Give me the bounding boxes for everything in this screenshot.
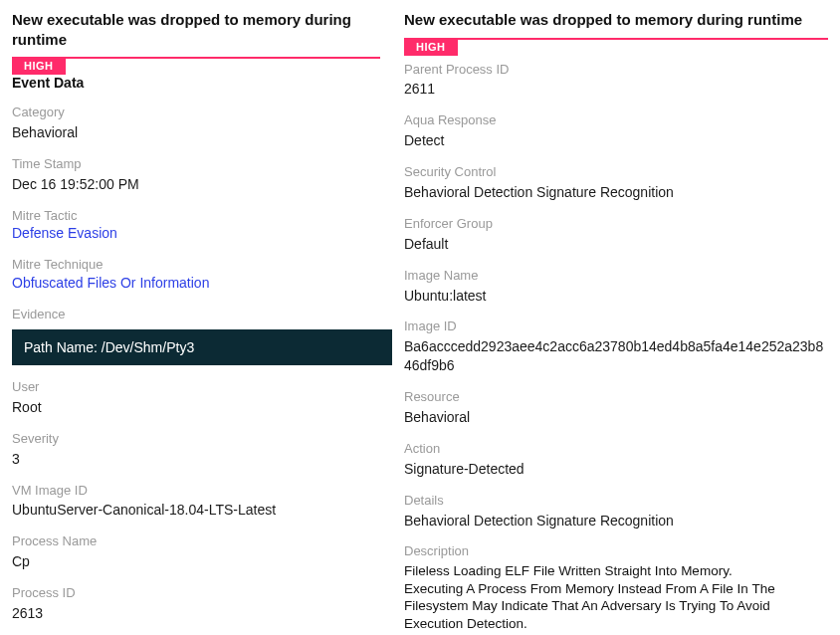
field-label: Process ID (12, 585, 380, 602)
field-label: Details (404, 493, 828, 510)
field-value: Signature-Detected (404, 460, 828, 479)
field-user: User Root (12, 379, 380, 417)
field-label: Resource (404, 389, 828, 406)
event-panel-right: New executable was dropped to memory dur… (392, 0, 840, 635)
evidence-box: Path Name: /Dev/Shm/Pty3 (12, 329, 392, 365)
field-mitre-tactic: Mitre Tactic Defense Evasion (12, 208, 380, 244)
severity-badge: HIGH (12, 57, 66, 75)
field-mitre-technique: Mitre Technique Obfuscated Files Or Info… (12, 257, 380, 293)
field-process-name: Process Name Cp (12, 533, 380, 571)
field-label: Parent Process ID (404, 62, 828, 79)
field-label: User (12, 379, 380, 396)
panel-title: New executable was dropped to memory dur… (404, 10, 828, 30)
field-label: Aqua Response (404, 112, 828, 129)
field-vm-image-id: VM Image ID UbuntuServer-Canonical-18.04… (12, 483, 380, 521)
field-label: Process Name (12, 533, 380, 550)
severity-divider: HIGH (12, 57, 380, 59)
field-parent-process-id: Parent Process ID 2611 (404, 62, 828, 100)
mitre-tactic-link[interactable]: Defense Evasion (12, 225, 117, 241)
field-label: Description (404, 543, 828, 560)
field-security-control: Security Control Behavioral Detection Si… (404, 164, 828, 202)
mitre-technique-link[interactable]: Obfuscated Files Or Information (12, 275, 209, 291)
field-label: Enforcer Group (404, 216, 828, 233)
field-value: Ubuntu:latest (404, 287, 828, 306)
field-label: Image Name (404, 268, 828, 285)
field-value: Behavioral Detection Signature Recogniti… (404, 183, 828, 202)
field-label: VM Image ID (12, 483, 380, 500)
field-value: Default (404, 235, 828, 254)
field-label: Evidence (12, 307, 380, 323)
field-value: 2611 (404, 80, 828, 99)
field-value: 2613 (12, 604, 380, 623)
field-aqua-response: Aqua Response Detect (404, 112, 828, 150)
field-value: Behavioral (404, 408, 828, 427)
field-label: Security Control (404, 164, 828, 181)
field-severity: Severity 3 (12, 431, 380, 469)
field-category: Category Behavioral (12, 105, 380, 142)
field-details: Details Behavioral Detection Signature R… (404, 493, 828, 530)
field-label: Severity (12, 431, 380, 448)
field-enforcer-group: Enforcer Group Default (404, 216, 828, 254)
event-data-header: Event Data (12, 75, 380, 91)
field-value: Root (12, 398, 380, 417)
severity-badge: HIGH (404, 38, 458, 56)
field-timestamp: Time Stamp Dec 16 19:52:00 PM (12, 156, 380, 194)
panel-title: New executable was dropped to memory dur… (12, 10, 380, 49)
field-value: Detect (404, 131, 828, 150)
field-value: Behavioral Detection Signature Recogniti… (404, 512, 828, 530)
field-label: Category (12, 105, 380, 121)
field-resource: Resource Behavioral (404, 389, 828, 427)
field-label: Mitre Technique (12, 257, 380, 274)
field-value: Cp (12, 552, 380, 571)
field-image-id: Image ID Ba6acccedd2923aee4c2acc6a23780b… (404, 318, 828, 375)
field-image-name: Image Name Ubuntu:latest (404, 268, 828, 306)
field-action: Action Signature-Detected (404, 441, 828, 479)
field-value: Dec 16 19:52:00 PM (12, 175, 380, 194)
field-value: Fileless Loading ELF File Written Straig… (404, 562, 782, 632)
field-value: Ba6acccedd2923aee4c2acc6a23780b14ed4b8a5… (404, 337, 828, 375)
field-evidence: Evidence Path Name: /Dev/Shm/Pty3 (12, 307, 380, 365)
field-label: Image ID (404, 318, 828, 335)
field-value: UbuntuServer-Canonical-18.04-LTS-Latest (12, 501, 380, 520)
event-panel-left: New executable was dropped to memory dur… (0, 0, 392, 635)
field-value: 3 (12, 450, 380, 469)
field-label: Action (404, 441, 828, 458)
field-description: Description Fileless Loading ELF File Wr… (404, 543, 828, 632)
field-label: Time Stamp (12, 156, 380, 173)
field-value: Behavioral (12, 123, 380, 142)
field-process-id: Process ID 2613 (12, 585, 380, 623)
field-label: Mitre Tactic (12, 208, 380, 225)
severity-divider: HIGH (404, 38, 828, 40)
